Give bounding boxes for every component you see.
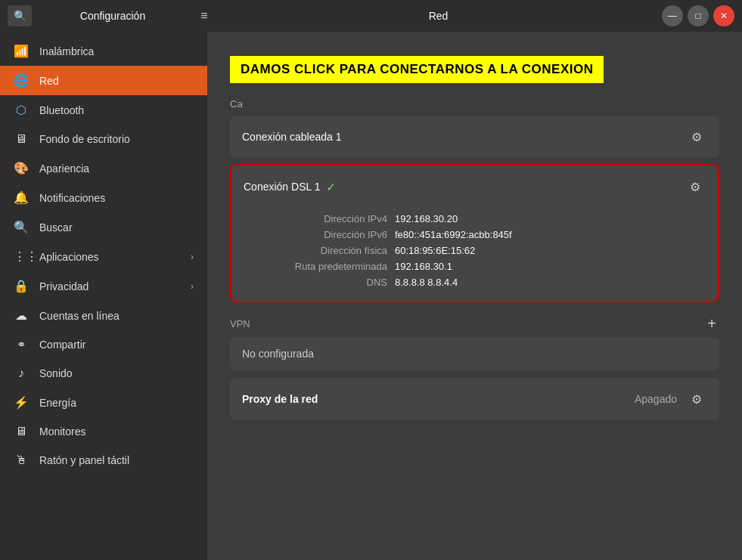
sidebar-label-sonido: Sonido xyxy=(39,367,194,379)
notifications-icon: 🔔 xyxy=(14,190,29,205)
sound-icon: ♪ xyxy=(14,367,29,380)
network-icon: 🌐 xyxy=(14,73,29,88)
close-icon: ✕ xyxy=(720,11,728,21)
dns-label: DNS xyxy=(244,277,395,288)
vpn-card: No configurada xyxy=(230,337,719,370)
sidebar-item-energia[interactable]: ⚡ Energía xyxy=(0,388,207,417)
power-icon: ⚡ xyxy=(14,395,29,410)
sidebar: 📶 Inalámbrica 🌐 Red ⬡ Bluetooth 🖥 Fondo … xyxy=(0,32,207,560)
ipv4-label: Dirección IPv4 xyxy=(244,213,395,224)
sidebar-label-raton: Ratón y panel táctil xyxy=(39,454,194,466)
route-label: Ruta predeterminada xyxy=(244,261,395,272)
window-title: Red xyxy=(429,10,449,22)
close-button[interactable]: ✕ xyxy=(713,5,734,26)
route-row: Ruta predeterminada 192.168.30.1 xyxy=(244,258,706,274)
sidebar-label-buscar: Buscar xyxy=(39,221,194,234)
ipv6-label: Dirección IPv6 xyxy=(244,229,395,240)
wifi-icon: 📶 xyxy=(14,44,29,58)
dsl-connection-header: Conexión DSL 1 ✓ ⚙ xyxy=(231,166,718,208)
vpn-section-header: VPN + xyxy=(230,316,719,331)
proxy-title: Proxy de la red xyxy=(242,393,318,405)
sidebar-item-monitores[interactable]: 🖥 Monitores xyxy=(0,417,207,446)
search-button[interactable]: 🔍 xyxy=(8,5,32,26)
maximize-icon: □ xyxy=(695,11,700,21)
minimize-button[interactable]: — xyxy=(662,5,683,26)
sidebar-item-raton[interactable]: 🖱 Ratón y panel táctil xyxy=(0,446,207,475)
mouse-icon: 🖱 xyxy=(14,453,29,467)
main-layout: 📶 Inalámbrica 🌐 Red ⬡ Bluetooth 🖥 Fondo … xyxy=(0,32,742,560)
mac-value: 60:18:95:6E:15:62 xyxy=(395,245,475,256)
sidebar-label-monitores: Monitores xyxy=(39,425,194,438)
sidebar-item-compartir[interactable]: ⚭ Compartir xyxy=(0,330,207,359)
sidebar-label-cuentas: Cuentas en línea xyxy=(39,310,194,322)
dsl-connection-card[interactable]: Conexión DSL 1 ✓ ⚙ Dirección IPv4 192.16… xyxy=(230,164,719,302)
sidebar-label-notificaciones: Notificaciones xyxy=(39,192,194,204)
plus-icon: + xyxy=(707,315,716,332)
sidebar-label-red: Red xyxy=(39,75,194,87)
vpn-status-text: No configurada xyxy=(242,348,314,360)
window-controls: — □ ✕ xyxy=(662,5,734,26)
apps-icon: ⋮⋮ xyxy=(14,249,29,264)
proxy-settings-button[interactable]: ⚙ xyxy=(686,388,707,410)
proxy-card[interactable]: Proxy de la red Apagado ⚙ xyxy=(230,378,719,420)
vpn-add-button[interactable]: + xyxy=(704,316,719,331)
dsl-settings-button[interactable]: ⚙ xyxy=(685,176,706,197)
menu-icon: ≡ xyxy=(200,9,207,23)
wired-settings-button[interactable]: ⚙ xyxy=(686,126,707,147)
sidebar-label-bluetooth: Bluetooth xyxy=(39,104,194,116)
appearance-icon: 🎨 xyxy=(14,161,29,175)
cloud-icon: ☁ xyxy=(14,308,29,323)
menu-button[interactable]: ≡ xyxy=(194,5,215,26)
sidebar-item-fondo[interactable]: 🖥 Fondo de escritorio xyxy=(0,125,207,153)
sidebar-item-bluetooth[interactable]: ⬡ Bluetooth xyxy=(0,95,207,125)
gear-icon: ⚙ xyxy=(691,130,702,144)
titlebar-left: 🔍 Configuración ≡ xyxy=(8,5,215,26)
sidebar-item-privacidad[interactable]: 🔒 Privacidad › xyxy=(0,271,207,301)
sidebar-label-fondo: Fondo de escritorio xyxy=(39,133,194,145)
titlebar-center: Red xyxy=(215,10,662,22)
ipv6-value: fe80::451a:6992:acbb:845f xyxy=(395,229,512,240)
sidebar-label-inalambrica: Inalámbrica xyxy=(39,45,194,57)
maximize-button[interactable]: □ xyxy=(688,5,709,26)
annotation-banner: DAMOS CLICK PARA CONECTARNOS A LA CONEXI… xyxy=(230,56,604,83)
sidebar-item-aplicaciones[interactable]: ⋮⋮ Aplicaciones › xyxy=(0,242,207,271)
chevron-right-icon-2: › xyxy=(191,281,194,292)
proxy-right: Apagado ⚙ xyxy=(635,388,707,410)
monitor-icon: 🖥 xyxy=(14,425,29,438)
sidebar-item-inalambrica[interactable]: 📶 Inalámbrica xyxy=(0,36,207,66)
ipv6-row: Dirección IPv6 fe80::451a:6992:acbb:845f xyxy=(244,227,706,243)
sidebar-item-notificaciones[interactable]: 🔔 Notificaciones xyxy=(0,183,207,212)
section-cableada-label: Ca xyxy=(230,98,719,110)
mac-label: Dirección física xyxy=(244,245,395,256)
ipv4-value: 192.168.30.20 xyxy=(395,213,458,224)
sidebar-item-sonido[interactable]: ♪ Sonido xyxy=(0,359,207,388)
sidebar-item-red[interactable]: 🌐 Red xyxy=(0,66,207,95)
share-icon: ⚭ xyxy=(14,338,29,351)
sidebar-label-aplicaciones: Aplicaciones xyxy=(39,251,180,263)
proxy-status-text: Apagado xyxy=(635,393,677,405)
sidebar-item-apariencia[interactable]: 🎨 Apariencia xyxy=(0,153,207,183)
route-value: 192.168.30.1 xyxy=(395,261,452,272)
bluetooth-icon: ⬡ xyxy=(14,103,29,117)
connected-checkmark: ✓ xyxy=(326,180,336,194)
ipv4-row: Dirección IPv4 192.168.30.20 xyxy=(244,211,706,227)
desktop-icon: 🖥 xyxy=(14,132,29,146)
dns-row: DNS 8.8.8.8 8.8.4.4 xyxy=(244,274,706,290)
search-icon: 🔍 xyxy=(14,10,26,22)
sidebar-label-apariencia: Apariencia xyxy=(39,162,194,175)
dsl-details: Dirección IPv4 192.168.30.20 Dirección I… xyxy=(231,208,718,301)
minimize-icon: — xyxy=(668,11,677,21)
wired-connection-card[interactable]: Conexión cableada 1 ⚙ xyxy=(230,116,719,158)
titlebar: 🔍 Configuración ≡ Red — □ ✕ xyxy=(0,0,742,32)
sidebar-item-cuentas[interactable]: ☁ Cuentas en línea xyxy=(0,301,207,330)
dns-value: 8.8.8.8 8.8.4.4 xyxy=(395,277,458,288)
app-title: Configuración xyxy=(38,10,188,22)
dsl-connection-title: Conexión DSL 1 ✓ xyxy=(244,180,336,194)
sidebar-label-privacidad: Privacidad xyxy=(39,280,180,292)
sidebar-label-compartir: Compartir xyxy=(39,339,194,351)
sidebar-item-buscar[interactable]: 🔍 Buscar xyxy=(0,212,207,242)
wired-connection-header: Conexión cableada 1 ⚙ xyxy=(230,116,719,158)
privacy-icon: 🔒 xyxy=(14,279,29,293)
vpn-label: VPN xyxy=(230,318,250,330)
mac-row: Dirección física 60:18:95:6E:15:62 xyxy=(244,243,706,258)
